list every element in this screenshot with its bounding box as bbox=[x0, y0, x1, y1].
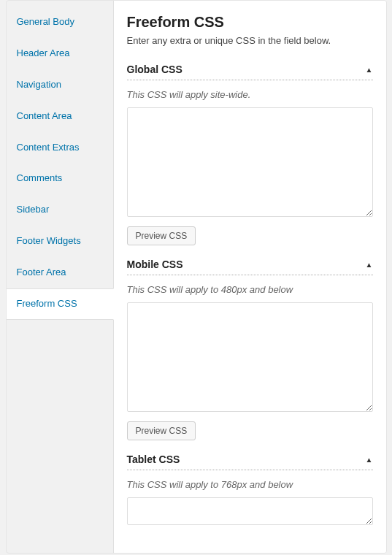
section-help-text: This CSS will apply to 480px and below bbox=[127, 284, 373, 295]
page-title: Freeform CSS bbox=[127, 14, 373, 31]
preview-css-button-global[interactable]: Preview CSS bbox=[127, 226, 196, 245]
sidebar-item-label: Footer Widgets bbox=[17, 235, 81, 246]
section-title: Global CSS bbox=[127, 64, 182, 75]
sidebar-item-label: Comments bbox=[17, 172, 63, 183]
section-help-text: This CSS will apply to 768px and below bbox=[127, 479, 373, 490]
sidebar-item-label: Content Area bbox=[17, 110, 72, 121]
sidebar-item-header-area[interactable]: Header Area bbox=[7, 38, 113, 69]
sidebar-item-comments[interactable]: Comments bbox=[7, 163, 113, 194]
section-tablet-css: Tablet CSS ▲ This CSS will apply to 768p… bbox=[127, 453, 373, 527]
section-mobile-css: Mobile CSS ▲ This CSS will apply to 480p… bbox=[127, 259, 373, 440]
preview-css-button-mobile[interactable]: Preview CSS bbox=[127, 421, 196, 440]
section-toggle-global[interactable]: Global CSS ▲ bbox=[127, 64, 373, 80]
settings-panel: General Body Header Area Navigation Cont… bbox=[6, 0, 387, 554]
sidebar: General Body Header Area Navigation Cont… bbox=[7, 1, 113, 553]
sidebar-item-content-area[interactable]: Content Area bbox=[7, 101, 113, 132]
sidebar-item-navigation[interactable]: Navigation bbox=[7, 69, 113, 101]
sidebar-item-content-extras[interactable]: Content Extras bbox=[7, 132, 113, 164]
collapse-icon: ▲ bbox=[366, 261, 373, 269]
collapse-icon: ▲ bbox=[366, 66, 373, 74]
section-global-css: Global CSS ▲ This CSS will apply site-wi… bbox=[127, 64, 373, 245]
main-content: Freeform CSS Enter any extra or unique C… bbox=[113, 1, 386, 553]
sidebar-item-label: Content Extras bbox=[17, 142, 80, 153]
global-css-input[interactable] bbox=[127, 107, 373, 217]
section-title: Tablet CSS bbox=[127, 453, 180, 465]
sidebar-item-label: Footer Area bbox=[17, 267, 66, 278]
sidebar-item-label: Navigation bbox=[17, 79, 61, 90]
section-help-text: This CSS will apply site-wide. bbox=[127, 89, 373, 100]
sidebar-item-label: Sidebar bbox=[17, 204, 50, 215]
sidebar-item-label: Header Area bbox=[17, 47, 70, 58]
page-description: Enter any extra or unique CSS in the fie… bbox=[127, 35, 373, 46]
sidebar-item-label: General Body bbox=[17, 16, 75, 27]
section-toggle-tablet[interactable]: Tablet CSS ▲ bbox=[127, 453, 373, 470]
mobile-css-input[interactable] bbox=[127, 302, 373, 412]
sidebar-item-footer-area[interactable]: Footer Area bbox=[7, 257, 113, 288]
sidebar-item-general-body[interactable]: General Body bbox=[7, 7, 113, 38]
sidebar-item-sidebar[interactable]: Sidebar bbox=[7, 194, 113, 226]
sidebar-item-freeform-css[interactable]: Freeform CSS bbox=[7, 288, 114, 320]
collapse-icon: ▲ bbox=[366, 456, 373, 464]
tablet-css-input[interactable] bbox=[127, 497, 373, 525]
section-title: Mobile CSS bbox=[127, 259, 183, 270]
sidebar-item-footer-widgets[interactable]: Footer Widgets bbox=[7, 226, 113, 257]
section-toggle-mobile[interactable]: Mobile CSS ▲ bbox=[127, 259, 373, 275]
sidebar-item-label: Freeform CSS bbox=[17, 298, 77, 309]
